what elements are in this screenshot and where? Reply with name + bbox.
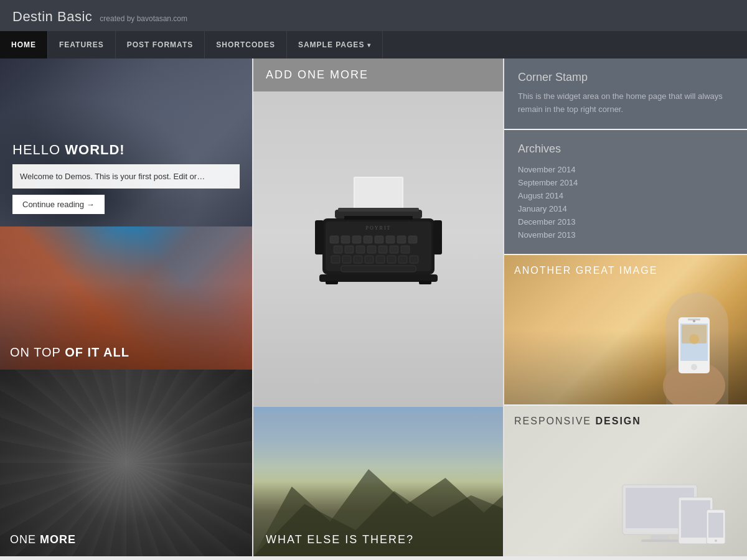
- widget-archives: Archives November 2014September 2014Augu…: [504, 130, 747, 254]
- svg-rect-11: [386, 236, 395, 243]
- chevron-down-icon: ▾: [367, 42, 371, 49]
- svg-rect-50: [651, 534, 669, 539]
- typewriter-svg: POYRIT: [304, 174, 453, 310]
- svg-rect-24: [365, 256, 374, 263]
- archive-link[interactable]: December 2013: [518, 215, 733, 228]
- svg-rect-55: [708, 513, 723, 538]
- corner-stamp-text: This is the widget area on the home page…: [518, 90, 733, 116]
- svg-rect-28: [410, 256, 418, 263]
- svg-rect-23: [354, 256, 362, 263]
- post-one-more[interactable]: ONE MORE: [0, 370, 252, 556]
- svg-point-46: [689, 334, 699, 344]
- phone-hand-svg: [654, 280, 735, 404]
- svg-rect-20: [401, 246, 410, 253]
- svg-rect-9: [364, 236, 372, 243]
- svg-rect-51: [641, 539, 679, 542]
- svg-point-56: [715, 539, 717, 542]
- main-content: HELLO WORLD! Welcome to Demos. This is y…: [0, 58, 747, 556]
- post-whatelse-title: WHAT ELSE IS THERE?: [266, 533, 414, 546]
- svg-rect-19: [390, 246, 398, 253]
- svg-rect-6: [330, 236, 339, 243]
- post-ontop-title: ON TOP OF IT ALL: [10, 345, 129, 360]
- post-typewriter-title: ADD ONE MORE: [253, 58, 503, 91]
- cloud-area: [253, 413, 503, 488]
- nav-home[interactable]: HOME: [0, 31, 48, 58]
- svg-rect-10: [375, 236, 383, 243]
- post-onemore-title: ONE MORE: [10, 533, 76, 546]
- widget-corner-stamp: Corner Stamp This is the widget area on …: [504, 58, 747, 129]
- post-responsive-design[interactable]: RESPONSIVE DESIGN: [504, 406, 747, 556]
- post-on-top[interactable]: ON TOP OF IT ALL: [0, 226, 252, 370]
- svg-rect-22: [342, 256, 351, 263]
- post-responsive-title: RESPONSIVE DESIGN: [514, 416, 641, 427]
- post-hello-title: HELLO WORLD!: [12, 142, 240, 158]
- svg-rect-31: [315, 220, 324, 254]
- svg-rect-33: [344, 216, 413, 220]
- post-hello-excerpt: Welcome to Demos. This is your first pos…: [12, 164, 240, 189]
- post-onemore-bg: [0, 370, 252, 556]
- svg-rect-27: [398, 256, 407, 263]
- svg-rect-32: [433, 220, 442, 254]
- site-subtitle: created by bavotasan.com: [100, 14, 187, 23]
- archive-link[interactable]: August 2014: [518, 189, 733, 202]
- svg-rect-7: [341, 236, 350, 243]
- svg-rect-17: [367, 246, 376, 253]
- devices-svg: [616, 482, 741, 556]
- svg-text:POYRIT: POYRIT: [365, 225, 391, 231]
- svg-rect-8: [352, 236, 361, 243]
- nav-features[interactable]: FEATURES: [48, 31, 116, 58]
- left-column: HELLO WORLD! Welcome to Demos. This is y…: [0, 58, 252, 556]
- svg-rect-15: [345, 246, 354, 253]
- svg-point-44: [693, 320, 695, 322]
- center-column: ADD ONE MORE: [252, 58, 504, 556]
- archives-title: Archives: [518, 142, 733, 156]
- svg-rect-29: [341, 266, 416, 272]
- svg-rect-3: [338, 208, 419, 212]
- svg-rect-14: [334, 246, 342, 253]
- svg-rect-12: [397, 236, 406, 243]
- svg-rect-1: [355, 178, 402, 213]
- archive-link[interactable]: November 2013: [518, 228, 733, 241]
- post-typewriter[interactable]: ADD ONE MORE: [253, 58, 503, 407]
- post-great-title: ANOTHER GREAT IMAGE: [514, 265, 657, 276]
- archive-link[interactable]: September 2014: [518, 176, 733, 189]
- svg-rect-35: [419, 281, 431, 284]
- nav-shortcodes[interactable]: SHORTCODES: [205, 31, 287, 58]
- nav-post-formats[interactable]: POST FORMATS: [116, 31, 205, 58]
- corner-stamp-title: Corner Stamp: [518, 71, 733, 84]
- svg-rect-34: [326, 281, 338, 284]
- nav-sample-pages[interactable]: SAMPLE PAGES ▾: [287, 31, 383, 58]
- svg-rect-13: [408, 236, 417, 243]
- continue-reading-button[interactable]: Continue reading →: [12, 195, 105, 214]
- site-title: Destin Basic: [12, 9, 92, 25]
- archives-links: November 2014September 2014August 2014Ja…: [518, 163, 733, 241]
- svg-rect-18: [378, 246, 387, 253]
- svg-rect-25: [376, 256, 385, 263]
- post-what-else[interactable]: WHAT ELSE IS THERE?: [253, 407, 503, 556]
- post-hello-world[interactable]: HELLO WORLD! Welcome to Demos. This is y…: [0, 58, 252, 226]
- svg-point-47: [691, 364, 697, 370]
- svg-rect-26: [387, 256, 396, 263]
- right-column: Corner Stamp This is the widget area on …: [504, 58, 747, 556]
- typewriter-image: POYRIT: [253, 58, 503, 407]
- main-nav: HOME FEATURES POST FORMATS SHORTCODES SA…: [0, 31, 747, 58]
- svg-rect-21: [331, 256, 340, 263]
- archive-link[interactable]: January 2014: [518, 202, 733, 215]
- post-hello-content: HELLO WORLD! Welcome to Demos. This is y…: [12, 142, 240, 215]
- svg-rect-53: [681, 500, 710, 538]
- post-great-image[interactable]: ANOTHER GREAT IMAGE: [504, 255, 747, 404]
- svg-rect-16: [356, 246, 365, 253]
- archive-link[interactable]: November 2014: [518, 163, 733, 176]
- site-header: Destin Basic created by bavotasan.com: [0, 0, 747, 31]
